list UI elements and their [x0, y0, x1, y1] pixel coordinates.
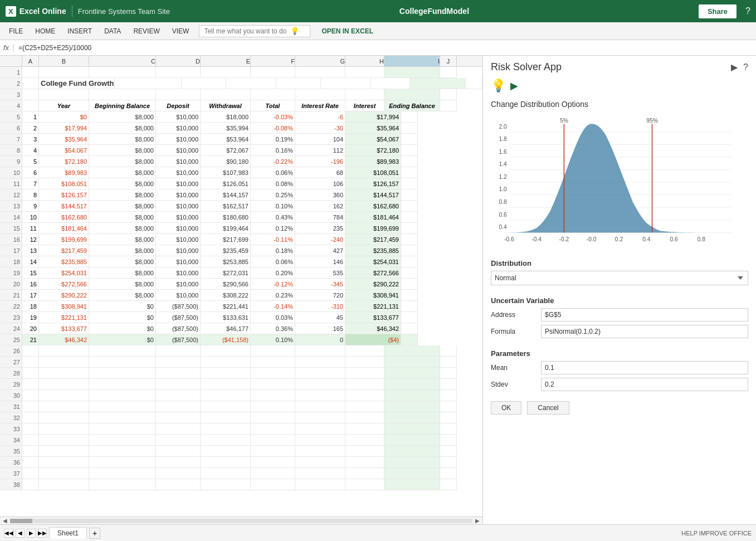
- cell-h[interactable]: [345, 345, 384, 357]
- cell-interest[interactable]: 360: [295, 189, 345, 201]
- cell-begin-balance[interactable]: $290,222: [39, 290, 89, 301]
- cell-b[interactable]: [39, 345, 89, 357]
- cell-interest-rate[interactable]: 0.36%: [251, 323, 295, 334]
- cell-begin-balance[interactable]: $308,941: [39, 301, 89, 312]
- cell-e[interactable]: [201, 423, 251, 435]
- cell-j[interactable]: [440, 446, 457, 457]
- cell-f[interactable]: [251, 446, 295, 457]
- cell-d2[interactable]: [182, 78, 226, 89]
- cell-interest-rate[interactable]: -0.11%: [251, 234, 295, 245]
- cell-d[interactable]: [156, 368, 201, 379]
- cell-i[interactable]: [384, 457, 440, 468]
- cell-total[interactable]: $217,699: [201, 234, 251, 245]
- cell-ending-balance[interactable]: $217,459: [345, 234, 401, 245]
- cell-c[interactable]: [89, 390, 156, 401]
- cell-i[interactable]: [384, 435, 440, 446]
- cell-j2[interactable]: [466, 78, 482, 89]
- cell-withdrawal[interactable]: $10,000: [156, 156, 201, 167]
- ok-button[interactable]: OK: [491, 401, 521, 415]
- cell-f[interactable]: [251, 345, 295, 357]
- cell-interest-rate[interactable]: 0.20%: [251, 267, 295, 279]
- cell-deposit[interactable]: $8,000: [89, 178, 156, 189]
- cell-a[interactable]: [22, 345, 39, 357]
- cell-total[interactable]: $290,566: [201, 279, 251, 290]
- cell-withdrawal[interactable]: $10,000: [156, 279, 201, 290]
- cell-withdrawal[interactable]: $10,000: [156, 223, 201, 234]
- cell-interest[interactable]: 784: [295, 212, 345, 223]
- cell-c3[interactable]: [89, 89, 156, 100]
- cell-withdrawal[interactable]: $10,000: [156, 145, 201, 156]
- cell-a[interactable]: [22, 435, 39, 446]
- cell-withdrawal[interactable]: $10,000: [156, 111, 201, 123]
- cell-h[interactable]: [345, 412, 384, 423]
- cell-b[interactable]: [39, 446, 89, 457]
- cell-f3[interactable]: [251, 89, 295, 100]
- menu-review[interactable]: REVIEW: [128, 25, 165, 37]
- cell-interest[interactable]: -196: [295, 156, 345, 167]
- cell-f[interactable]: [251, 357, 295, 368]
- cell-year[interactable]: 12: [22, 234, 39, 245]
- cell-interest-rate[interactable]: 0.16%: [251, 145, 295, 156]
- cell-j[interactable]: [440, 479, 457, 490]
- cell-b[interactable]: [39, 357, 89, 368]
- cell-j[interactable]: [401, 223, 418, 234]
- cell-a[interactable]: [22, 379, 39, 390]
- nav-next-sheet[interactable]: ▶: [27, 529, 36, 538]
- cell-e1[interactable]: [201, 67, 251, 78]
- cell-c[interactable]: [89, 379, 156, 390]
- cell-ending-balance[interactable]: $308,941: [345, 290, 401, 301]
- cell-year[interactable]: 7: [22, 178, 39, 189]
- cell-f[interactable]: [251, 479, 295, 490]
- cell-e[interactable]: [201, 357, 251, 368]
- cell-f2[interactable]: [276, 78, 321, 89]
- cell-i[interactable]: [384, 368, 440, 379]
- cell-e2[interactable]: [226, 78, 276, 89]
- help-icon[interactable]: ?: [745, 6, 750, 16]
- cell-c[interactable]: [89, 435, 156, 446]
- cell-deposit[interactable]: $8,000: [89, 167, 156, 178]
- cell-deposit[interactable]: $8,000: [89, 279, 156, 290]
- cell-ending-balance[interactable]: $144,517: [345, 189, 401, 201]
- cell-a[interactable]: [22, 423, 39, 435]
- cell-ending-balance[interactable]: $46,342: [345, 323, 401, 334]
- cell-h4[interactable]: Interest: [345, 100, 384, 111]
- cell-interest[interactable]: -240: [295, 234, 345, 245]
- cell-j[interactable]: [401, 123, 418, 134]
- cell-interest-rate[interactable]: 0.06%: [251, 256, 295, 267]
- cell-deposit[interactable]: $8,000: [89, 267, 156, 279]
- cell-g[interactable]: [295, 412, 345, 423]
- cell-g2[interactable]: [321, 78, 371, 89]
- cell-ending-balance[interactable]: $272,566: [345, 267, 401, 279]
- cell-ending-balance[interactable]: $54,067: [345, 134, 401, 145]
- cell-d[interactable]: [156, 390, 201, 401]
- menu-data[interactable]: DATA: [99, 25, 126, 37]
- cell-j[interactable]: [440, 412, 457, 423]
- cell-year[interactable]: 1: [22, 111, 39, 123]
- cell-year[interactable]: 11: [22, 223, 39, 234]
- cell-interest-rate[interactable]: 0.25%: [251, 189, 295, 201]
- cell-withdrawal[interactable]: $10,000: [156, 256, 201, 267]
- cell-begin-balance[interactable]: $217,459: [39, 245, 89, 256]
- cell-g[interactable]: [295, 401, 345, 412]
- cell-a[interactable]: [22, 468, 39, 479]
- cell-interest[interactable]: -345: [295, 279, 345, 290]
- cell-interest-rate[interactable]: 0.03%: [251, 312, 295, 323]
- cell-g[interactable]: [295, 468, 345, 479]
- cell-j[interactable]: [440, 435, 457, 446]
- cell-d3[interactable]: [156, 89, 201, 100]
- nav-prev-sheet[interactable]: ◀: [16, 529, 25, 538]
- cell-begin-balance[interactable]: $89,983: [39, 167, 89, 178]
- cell-j[interactable]: [440, 401, 457, 412]
- cell-a[interactable]: [22, 368, 39, 379]
- cell-total[interactable]: $235,459: [201, 245, 251, 256]
- cell-h[interactable]: [345, 468, 384, 479]
- cell-ending-balance[interactable]: $89,983: [345, 156, 401, 167]
- cell-b[interactable]: [39, 457, 89, 468]
- cell-begin-balance[interactable]: $54,067: [39, 145, 89, 156]
- cell-ending-balance[interactable]: $72,180: [345, 145, 401, 156]
- cell-deposit[interactable]: $8,000: [89, 201, 156, 212]
- cell-j[interactable]: [401, 301, 418, 312]
- cell-g3[interactable]: [295, 89, 345, 100]
- cell-d[interactable]: [156, 357, 201, 368]
- cell-g[interactable]: [295, 435, 345, 446]
